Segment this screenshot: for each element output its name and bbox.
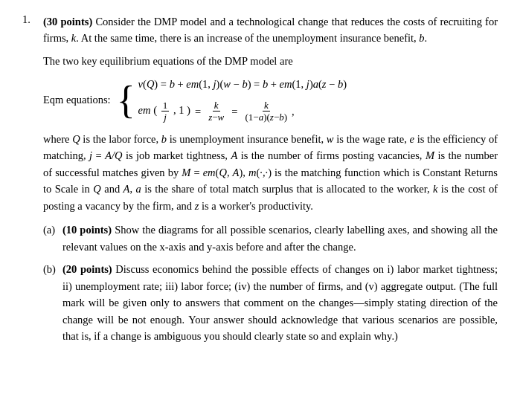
part-b-text: Discuss economics behind the possible ef… [62, 263, 498, 342]
where-paragraph: where Q is the labor force, b is unemplo… [43, 131, 498, 214]
part-b-content: (20 points) Discuss economics behind the… [62, 261, 498, 344]
part-a-points: (10 points) [62, 224, 112, 236]
eqm-label: Eqm equations: [43, 94, 111, 106]
equation-1: v(Q) = b + em(1, j)(w − b) = b + em(1, j… [138, 77, 347, 91]
equilibrium-intro: The two key equilibrium equations of the… [43, 53, 498, 69]
brace-container: { v(Q) = b + em(1, j)(w − b) = b + em(1,… [117, 77, 347, 123]
frac-k-1-a-z-b: k (1−a)(z−b) [243, 100, 289, 123]
eqm-block: Eqm equations: { v(Q) = b + em(1, j)(w −… [43, 77, 498, 123]
intro-points: (30 points) [43, 16, 92, 28]
equation-2: em ( 1 j , 1 ) = k z−w [138, 100, 347, 123]
question-block: 1. (30 points) Consider the DMP model an… [22, 13, 498, 351]
intro-text3: . [425, 32, 428, 44]
part-b-label: (b) [43, 261, 60, 344]
sub-parts: (a) (10 points) Show the diagrams for al… [43, 222, 498, 344]
question-content: (30 points) Consider the DMP model and a… [43, 13, 498, 351]
intro-text2: . At the same time, there is an increase… [76, 32, 419, 44]
eq1-text: v(Q) = b + em(1, j)(w − b) = b + em(1, j… [138, 77, 347, 91]
frac-k-z-w: k z−w [207, 100, 225, 123]
intro-paragraph: (30 points) Consider the DMP model and a… [43, 13, 498, 47]
frac-1-j: 1 j [161, 100, 170, 123]
part-a-content: (10 points) Show the diagrams for all po… [62, 222, 498, 255]
intro-b: b [419, 32, 424, 44]
part-b-points: (20 points) [62, 263, 112, 275]
big-brace-icon: { [117, 81, 135, 120]
part-a: (a) (10 points) Show the diagrams for al… [43, 222, 498, 255]
part-a-label: (a) [43, 222, 60, 255]
question-number: 1. [22, 13, 43, 351]
part-a-text: Show the diagrams for all possible scena… [62, 224, 498, 252]
eq2-lhs: em ( 1 j , 1 ) [138, 100, 190, 123]
part-b: (b) (20 points) Discuss economics behind… [43, 261, 498, 344]
equations-stack: v(Q) = b + em(1, j)(w − b) = b + em(1, j… [138, 77, 347, 123]
